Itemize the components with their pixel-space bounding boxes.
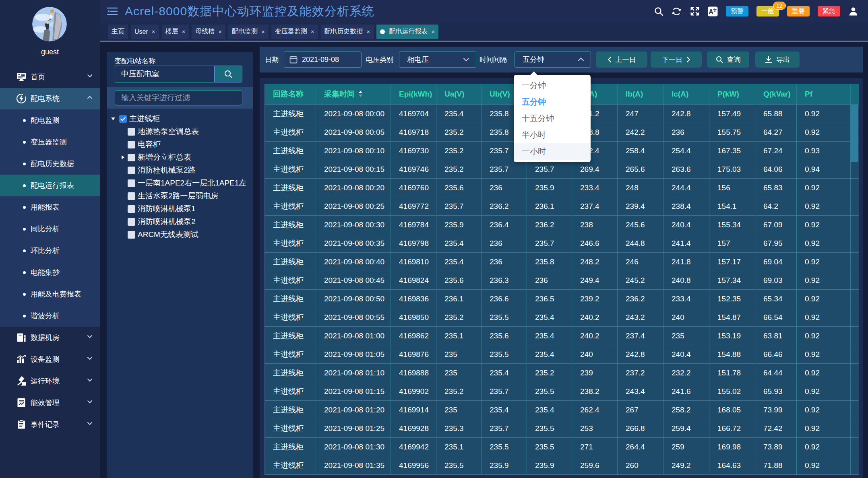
alarm-btn-jinji[interactable]: 紧急 (818, 6, 840, 16)
alarm-btn-yujing[interactable]: 预警 (726, 6, 748, 16)
tree-node-地源热泵空调总表[interactable]: 地源热泵空调总表 (107, 125, 253, 138)
tab-配电监测[interactable]: 配电监测× (228, 25, 269, 39)
sidebar-item-配电系统[interactable]: 配电系统 (0, 88, 100, 109)
sidebar-item-首页[interactable]: 首页 (0, 66, 100, 88)
checkbox-unchecked[interactable] (128, 154, 135, 161)
table-row[interactable]: 主进线柜2021-09-08 01:304169942235.1235.5235… (265, 438, 859, 456)
tree-node-ARCM无线表测试[interactable]: ARCM无线表测试 (107, 228, 253, 241)
user-icon[interactable] (848, 6, 858, 16)
checkbox-unchecked[interactable] (128, 218, 135, 226)
sidebar-item-设备监测[interactable]: 设备监测 (0, 348, 100, 370)
tab-User[interactable]: User× (131, 25, 159, 39)
avatar[interactable] (32, 7, 67, 41)
tab-变压器监测[interactable]: 变压器监测× (271, 25, 318, 39)
checkbox-unchecked[interactable] (128, 179, 135, 187)
tree-node-电容柜[interactable]: 电容柜 (107, 138, 253, 151)
tab-close-icon[interactable]: × (182, 28, 186, 35)
table-row[interactable]: 主进线柜2021-09-08 00:254169772235.7236.2236… (265, 197, 859, 216)
export-button[interactable]: 导出 (755, 52, 800, 68)
hamburger-menu-icon[interactable] (107, 7, 118, 16)
tree-node-消防喷淋机械泵1[interactable]: 消防喷淋机械泵1 (107, 202, 253, 215)
interval-select[interactable]: 五分钟 (515, 52, 591, 68)
dropdown-option-半小时[interactable]: 半小时 (514, 127, 591, 143)
translate-icon[interactable]: A 文 (708, 6, 718, 16)
sidebar-subitem-配电监测[interactable]: 配电监测 (0, 109, 100, 131)
date-input[interactable]: 2021-09-08 (284, 52, 362, 68)
checkbox-unchecked[interactable] (128, 141, 135, 148)
table-row[interactable]: 主进线柜2021-09-08 00:154169746235.2235.7235… (265, 160, 859, 179)
checkbox-unchecked[interactable] (128, 231, 135, 239)
checkbox-unchecked[interactable] (128, 128, 135, 136)
dropdown-option-十五分钟[interactable]: 十五分钟 (514, 110, 591, 127)
tab-close-icon[interactable]: × (218, 28, 222, 35)
sidebar-subitem-环比分析[interactable]: 环比分析 (0, 240, 100, 262)
sidebar-subitem-谐波分析[interactable]: 谐波分析 (0, 305, 100, 327)
tree-node-消防栓机械泵2路[interactable]: 消防栓机械泵2路 (107, 164, 253, 177)
table-row[interactable]: 主进线柜2021-09-08 00:204169760235.6236235.9… (265, 179, 859, 197)
table-row[interactable]: 主进线柜2021-09-08 01:354169956235.5235.9235… (265, 456, 859, 475)
next-day-button[interactable]: 下一日 (651, 52, 702, 68)
voltage-select[interactable]: 相电压 (399, 52, 476, 68)
station-search-button[interactable] (214, 66, 242, 82)
alarm-btn-yiban[interactable]: 一般 12 (756, 6, 779, 16)
tab-楼层[interactable]: 楼层× (162, 25, 189, 39)
tab-close-icon[interactable]: × (261, 28, 265, 35)
table-row[interactable]: 主进线柜2021-09-08 01:204169914235235.4235.4… (265, 401, 859, 419)
sidebar-item-运行环境[interactable]: 运行环境 (0, 370, 100, 392)
tab-配电运行报表[interactable]: 配电运行报表× (376, 25, 438, 39)
sidebar-subitem-配电历史数据[interactable]: 配电历史数据 (0, 153, 100, 175)
tab-close-icon[interactable]: × (311, 28, 314, 35)
sidebar-subitem-同比分析[interactable]: 同比分析 (0, 218, 100, 240)
checkbox-unchecked[interactable] (128, 205, 135, 213)
fullscreen-icon[interactable] (690, 6, 700, 16)
tree-node-生活水泵2路一层弱电房[interactable]: 生活水泵2路一层弱电房 (107, 190, 253, 202)
sidebar-subitem-电能集抄[interactable]: 电能集抄 (0, 262, 100, 283)
tree-filter-input[interactable]: 输入关键字进行过滤 (115, 90, 242, 105)
table-row[interactable]: 主进线柜2021-09-08 00:554169850235.2235.5235… (265, 308, 859, 327)
sidebar-item-数据机房[interactable]: 数据机房 (0, 327, 100, 348)
tab-close-icon[interactable]: × (367, 28, 370, 35)
checkbox-unchecked[interactable] (128, 167, 135, 174)
table-row[interactable]: 主进线柜2021-09-08 01:254169928235.3235.7235… (265, 419, 859, 438)
sidebar-subitem-配电运行报表[interactable]: 配电运行报表 (0, 175, 100, 196)
table-row[interactable]: 主进线柜2021-09-08 01:154169902235.2235.7235… (265, 382, 859, 401)
caret-down-icon[interactable] (111, 116, 116, 121)
dropdown-option-一小时[interactable]: 一小时 (514, 143, 591, 160)
tree-node-新增分立柜总表[interactable]: 新增分立柜总表 (107, 151, 253, 164)
table-row[interactable]: 主进线柜2021-09-08 01:004169862235.1235.6235… (265, 327, 859, 345)
dropdown-option-一分钟[interactable]: 一分钟 (514, 77, 591, 94)
tab-配电历史数据[interactable]: 配电历史数据× (321, 25, 374, 39)
tree-node-一层南1APE2右一层北1APE1左[interactable]: 一层南1APE2右一层北1APE1左 (107, 177, 253, 190)
column-header-采集时间[interactable]: 采集时间 (316, 84, 391, 105)
search-icon[interactable] (653, 6, 663, 16)
tab-close-icon[interactable]: × (152, 28, 155, 35)
table-row[interactable]: 主进线柜2021-09-08 00:504169836236.1236.6236… (265, 290, 859, 308)
tab-主页[interactable]: 主页 (108, 25, 128, 39)
checkbox-unchecked[interactable] (128, 192, 135, 200)
table-row[interactable]: 主进线柜2021-09-08 00:354169798235.4236235.7… (265, 234, 859, 253)
sidebar-subitem-用能报表[interactable]: 用能报表 (0, 196, 100, 218)
sort-icon[interactable] (358, 90, 363, 97)
alarm-btn-zhongyao[interactable]: 重要 (787, 6, 810, 16)
sidebar-item-能效管理[interactable]: 能效管理 (0, 392, 100, 414)
table-row[interactable]: 主进线柜2021-09-08 01:054169876235235.5235.4… (265, 345, 859, 364)
tree-node-主进线柜[interactable]: 主进线柜 (107, 112, 253, 125)
table-row[interactable]: 主进线柜2021-09-08 00:404169810235.4236235.8… (265, 253, 859, 271)
refresh-icon[interactable] (672, 6, 682, 16)
tree-node-消防喷淋机械泵2[interactable]: 消防喷淋机械泵2 (107, 215, 253, 228)
sidebar-subitem-变压器监测[interactable]: 变压器监测 (0, 131, 100, 153)
station-search-input[interactable]: 中压配电室 (115, 66, 214, 82)
checkbox-checked[interactable] (119, 115, 127, 123)
table-row[interactable]: 主进线柜2021-09-08 01:104169888235235.4235.2… (265, 364, 859, 382)
tab-close-icon[interactable]: × (431, 28, 435, 35)
table-row[interactable]: 主进线柜2021-09-08 00:454169824235.6236.3236… (265, 271, 859, 290)
table-row[interactable]: 主进线柜2021-09-08 00:304169784235.9236.4236… (265, 216, 859, 234)
vertical-scrollbar-thumb[interactable] (851, 105, 858, 162)
prev-day-button[interactable]: 上一日 (596, 52, 647, 68)
dropdown-option-五分钟[interactable]: 五分钟 (514, 94, 591, 110)
sidebar-item-事件记录[interactable]: 事件记录 (0, 414, 100, 435)
query-button[interactable]: 查询 (707, 52, 749, 68)
tab-母线槽[interactable]: 母线槽× (192, 25, 225, 39)
caret-right-icon[interactable] (120, 155, 125, 160)
sidebar-subitem-用能及电费报表[interactable]: 用能及电费报表 (0, 283, 100, 305)
